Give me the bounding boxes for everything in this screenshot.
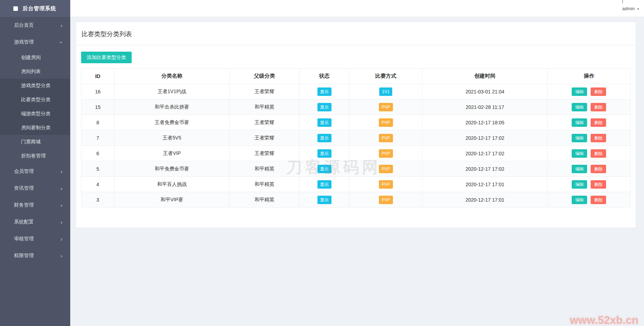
cell-name: 王者1V1约战 bbox=[114, 84, 229, 99]
game-management-submenu: 创建房间 房间列表 游戏类型分类 比赛类型分类 端游类型分类 房间赛制分类 门票… bbox=[0, 51, 70, 163]
edit-button[interactable]: 编辑 bbox=[572, 149, 587, 158]
delete-button[interactable]: 删除 bbox=[591, 149, 606, 158]
sidebar-item-match-type-category[interactable]: 比赛类型分类 bbox=[0, 93, 70, 107]
cell-id: 15 bbox=[81, 99, 114, 115]
sidebar-item-news-management[interactable]: 资讯管理 bbox=[0, 180, 70, 197]
user-menu[interactable]: admin bbox=[622, 0, 639, 17]
card-body: 添加比赛类型分类 ID 分类名称 父级分类 状态 比赛方式 创建时间 bbox=[76, 45, 636, 227]
chevron-right-icon bbox=[60, 253, 63, 259]
delete-button[interactable]: 删除 bbox=[591, 196, 606, 204]
cell-parent: 和平精英 bbox=[230, 161, 300, 177]
cell-mode: PVP bbox=[349, 99, 422, 115]
edit-button[interactable]: 编辑 bbox=[572, 196, 587, 204]
table-row: 5 和平免费金币赛 和平精英 显示 PVP 2020-12-17 17:02 编… bbox=[81, 161, 631, 177]
mode-badge: 1V1 bbox=[379, 87, 392, 96]
edit-button[interactable]: 编辑 bbox=[572, 165, 587, 173]
cell-actions: 编辑 删除 bbox=[547, 177, 630, 192]
cell-name: 王者免费金币赛 bbox=[114, 115, 229, 130]
mode-badge: PVP bbox=[379, 118, 393, 127]
cell-id: 5 bbox=[81, 161, 114, 177]
sidebar-item-game-management[interactable]: 游戏管理 bbox=[0, 34, 70, 51]
cell-id: 6 bbox=[81, 146, 114, 161]
app-logo: 后台管理系统 bbox=[0, 0, 70, 17]
sidebar-item-audit-management[interactable]: 审核管理 bbox=[0, 230, 70, 247]
status-badge: 显示 bbox=[317, 103, 331, 111]
status-badge: 显示 bbox=[317, 196, 331, 204]
cell-created-time: 2020-12-17 17:02 bbox=[422, 146, 548, 161]
sidebar-item-game-type-category[interactable]: 游戏类型分类 bbox=[0, 79, 70, 93]
cell-parent: 和平精英 bbox=[230, 192, 300, 208]
cell-actions: 编辑 删除 bbox=[547, 161, 630, 177]
column-header-mode: 比赛方式 bbox=[349, 69, 422, 84]
cell-status: 显示 bbox=[299, 192, 349, 208]
table-row: 4 和平百人挑战 和平精英 显示 PVP 2020-12-17 17:01 编辑… bbox=[81, 177, 631, 192]
chevron-right-icon bbox=[60, 236, 63, 242]
add-category-button[interactable]: 添加比赛类型分类 bbox=[81, 52, 132, 63]
table-row: 15 和平击杀比拼赛 和平精英 显示 PVP 2021-02-28 11:17 … bbox=[81, 99, 631, 115]
sidebar-item-finance-management[interactable]: 财务管理 bbox=[0, 197, 70, 214]
cell-parent: 和平精英 bbox=[230, 177, 300, 192]
delete-button[interactable]: 删除 bbox=[591, 87, 606, 96]
table-row: 3 和平VIP赛 和平精英 显示 PVP 2020-12-17 17:01 编辑… bbox=[81, 192, 631, 208]
cell-created-time: 2020-12-17 17:01 bbox=[422, 177, 548, 192]
status-badge: 显示 bbox=[317, 165, 331, 173]
sidebar-item-member-management[interactable]: 会员管理 bbox=[0, 163, 70, 180]
sidebar-item-home[interactable]: 后台首页 bbox=[0, 17, 70, 34]
cell-created-time: 2020-12-17 17:02 bbox=[422, 130, 548, 146]
cell-created-time: 2020-12-17 18:05 bbox=[422, 115, 548, 130]
table-row: 16 王者1V1约战 王者荣耀 显示 1V1 2021-03-01 21:04 … bbox=[81, 84, 631, 99]
cell-created-time: 2021-02-28 11:17 bbox=[422, 99, 548, 115]
edit-button[interactable]: 编辑 bbox=[572, 180, 587, 189]
username: admin bbox=[622, 6, 635, 11]
cell-status: 显示 bbox=[299, 177, 349, 192]
sidebar: 后台管理系统 后台首页 游戏管理 创建房间 房间列表 游戏类型分类 比赛类型分类… bbox=[0, 0, 70, 326]
delete-button[interactable]: 删除 bbox=[591, 118, 606, 127]
sidebar-item-room-format-category[interactable]: 房间赛制分类 bbox=[0, 121, 70, 135]
sidebar-item-system-config[interactable]: 系统配置 bbox=[0, 214, 70, 230]
sidebar-item-permission-management[interactable]: 权限管理 bbox=[0, 247, 70, 264]
mode-badge: PVP bbox=[379, 103, 393, 111]
delete-button[interactable]: 删除 bbox=[591, 165, 606, 173]
cell-actions: 编辑 删除 bbox=[547, 130, 630, 146]
cell-actions: 编辑 删除 bbox=[547, 84, 630, 99]
column-header-name: 分类名称 bbox=[114, 69, 229, 84]
cell-name: 和平百人挑战 bbox=[114, 177, 229, 192]
table-row: 8 王者免费金币赛 王者荣耀 显示 PVP 2020-12-17 18:05 编… bbox=[81, 115, 631, 130]
sidebar-item-pc-game-type-category[interactable]: 端游类型分类 bbox=[0, 107, 70, 121]
status-badge: 显示 bbox=[317, 134, 331, 142]
cell-actions: 编辑 删除 bbox=[547, 192, 630, 208]
sidebar-item-room-list[interactable]: 房间列表 bbox=[0, 65, 70, 79]
cell-parent: 王者荣耀 bbox=[230, 84, 300, 99]
cell-mode: PVP bbox=[349, 146, 422, 161]
delete-button[interactable]: 删除 bbox=[591, 103, 606, 111]
sidebar-item-ticket-shop[interactable]: 门票商城 bbox=[0, 135, 70, 149]
delete-button[interactable]: 删除 bbox=[591, 134, 606, 142]
mode-badge: PVP bbox=[379, 134, 393, 142]
page-title: 比赛类型分类列表 bbox=[81, 30, 630, 38]
cell-id: 3 bbox=[81, 192, 114, 208]
cell-name: 王者5V5 bbox=[114, 130, 229, 146]
card-header: 比赛类型分类列表 bbox=[76, 22, 636, 45]
edit-button[interactable]: 编辑 bbox=[572, 103, 587, 111]
status-badge: 显示 bbox=[317, 87, 331, 96]
cell-id: 16 bbox=[81, 84, 114, 99]
cell-parent: 王者荣耀 bbox=[230, 146, 300, 161]
cell-id: 8 bbox=[81, 115, 114, 130]
edit-button[interactable]: 编辑 bbox=[572, 87, 587, 96]
cell-status: 显示 bbox=[299, 115, 349, 130]
edit-button[interactable]: 编辑 bbox=[572, 134, 587, 142]
edit-button[interactable]: 编辑 bbox=[572, 118, 587, 127]
cell-status: 显示 bbox=[299, 130, 349, 146]
mode-badge: PVP bbox=[379, 180, 393, 189]
status-badge: 显示 bbox=[317, 118, 331, 127]
chevron-down-icon bbox=[60, 39, 63, 45]
sidebar-item-create-room[interactable]: 创建房间 bbox=[0, 51, 70, 65]
delete-button[interactable]: 删除 bbox=[591, 180, 606, 189]
cell-id: 7 bbox=[81, 130, 114, 146]
status-badge: 显示 bbox=[317, 180, 331, 189]
status-badge: 显示 bbox=[317, 149, 331, 158]
column-header-id: ID bbox=[81, 69, 114, 84]
sidebar-item-discount-coupon[interactable]: 折扣卷管理 bbox=[0, 149, 70, 163]
app-title: 后台管理系统 bbox=[22, 5, 56, 12]
cell-mode: 1V1 bbox=[349, 84, 422, 99]
